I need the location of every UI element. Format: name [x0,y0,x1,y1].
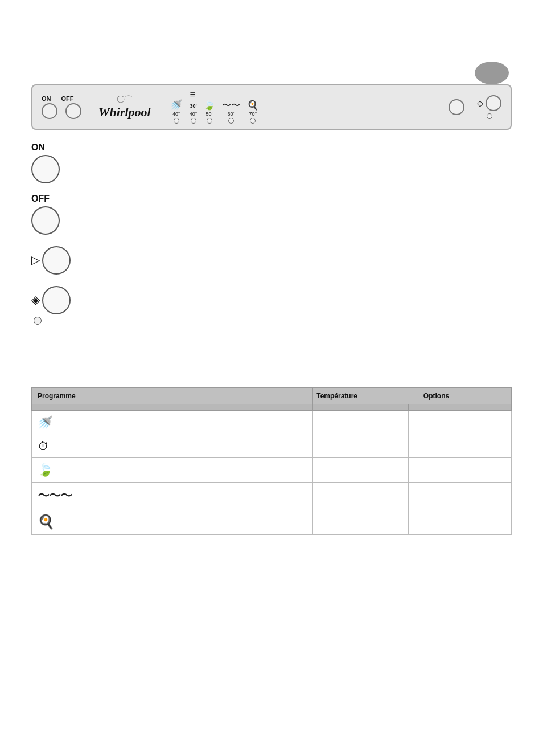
table-header-mid-row [32,404,512,411]
legend-on: ON [31,142,71,183]
prog-60-dot [228,118,234,124]
panel-right-section [449,99,464,115]
prog-temp-timer [313,435,361,458]
diamond-icon: ◇ [477,99,483,108]
prog-opt3-timer [455,435,512,458]
top-badge [475,62,509,84]
prog-30[interactable]: ≡30' 40° [190,89,198,123]
prog-60[interactable]: 〜〜 60° [222,101,240,124]
off-button[interactable] [65,103,81,119]
prog-icon-cell-timer: ⏱ [32,435,135,458]
legend-off-label: OFF [31,194,50,204]
prog-eco-dot [207,118,212,124]
prog-opt3-wave [455,483,512,509]
program-table: Programme Température Options 🚿 [31,387,512,535]
prog-temp-pot [313,509,361,535]
prog-70[interactable]: 🍳 70° [247,101,258,124]
start-indicator-dot [487,113,492,119]
prog-icon-cell-eco: 🍃 [32,458,135,483]
prog-30-dot [191,118,196,124]
col-header-programme: Programme [32,388,313,404]
table-header-top-row: Programme Température Options [32,388,512,404]
brand-name: Whirlpool [98,105,151,120]
prog-eco[interactable]: 🍃 50° [204,101,215,124]
logo-swirl: 〇⌒ [117,95,133,105]
prog-opt2-wave [408,483,455,509]
brand-logo: 〇⌒ Whirlpool [98,95,151,120]
table-shower-icon: 🚿 [38,415,129,430]
legend-sub-dot [34,317,42,325]
prog-temp-shower [313,411,361,435]
prog-desc-pot [135,509,313,535]
prog-eco-temp: 50° [206,111,214,117]
legend-on-circle [31,155,60,183]
on-off-section: ON OFF [42,95,81,119]
intensive-icon: 〜〜 [222,101,240,110]
control-panel: ON OFF 〇⌒ Whirlpool 🚿 40° ≡30' 40° [31,84,512,130]
prog-opt1-wave [361,483,409,509]
prog-30-temp: 40° [190,111,198,117]
col-header-temp: Température [313,388,361,404]
col-mid-temp [313,404,361,411]
legend-start: ▷ [31,245,71,275]
prog-opt2-eco [408,458,455,483]
legend-off: OFF [31,194,71,235]
table-eco-icon: 🍃 [38,463,129,477]
prog-temp-wave [313,483,361,509]
prog-40[interactable]: 🚿 40° [170,100,183,124]
eco-icon: 🍃 [204,101,215,110]
col-mid-opt3 [455,404,512,411]
table-row: 🍃 [32,458,512,483]
prog-opt3-eco [455,458,512,483]
prog-desc-wave [135,483,313,509]
col-mid-opt1 [361,404,409,411]
prog-opt3-shower [455,411,512,435]
prog-70-temp: 70° [249,111,257,117]
prog-opt1-pot [361,509,409,535]
prog-opt1-timer [361,435,409,458]
start-button[interactable] [486,95,501,111]
legend-on-label: ON [31,142,45,153]
table-row: ⏱ [32,435,512,458]
prog-40-dot [174,118,179,124]
col-mid-cycle [32,404,135,411]
prog-60-temp: 60° [228,111,236,117]
play-icon: ▷ [31,253,40,267]
col-header-options: Options [361,388,512,404]
shower-icon: 🚿 [170,100,183,110]
prog-opt2-shower [408,411,455,435]
prog-40-temp: 40° [172,111,180,117]
prog-desc-eco [135,458,313,483]
prog-desc-shower [135,411,313,435]
prog-opt1-shower [361,411,409,435]
legend-start-circle [42,246,71,275]
prog-temp-eco [313,458,361,483]
legend-diamond: ◈ [31,285,71,325]
table-row: 🍳 [32,509,512,535]
prog-opt2-pot [408,509,455,535]
prog-70-dot [250,118,256,124]
table-pot-icon: 🍳 [38,514,129,530]
col-mid-opt2 [408,404,455,411]
off-label: OFF [61,95,74,102]
prog-icon-cell-pot: 🍳 [32,509,135,535]
prog-opt2-timer [408,435,455,458]
prog-icon-cell-shower: 🚿 [32,411,135,435]
panel-start-section: ◇ [477,95,501,119]
on-label: ON [42,95,51,102]
prog-icon-cell-wave: 〜〜〜 [32,483,135,509]
prog-desc-timer [135,435,313,458]
prog-opt1-eco [361,458,409,483]
col-mid-usage [135,404,313,411]
table-timer-icon: ⏱ [38,440,129,453]
prog-opt3-pot [455,509,512,535]
quick30-icon: ≡30' [190,89,196,109]
table-wave-icon: 〜〜〜 [38,487,129,504]
legend-diamond-circle [42,286,71,314]
on-button[interactable] [42,103,57,119]
table-row: 〜〜〜 [32,483,512,509]
pot-icon: 🍳 [247,101,258,110]
programs-section: 🚿 40° ≡30' 40° 🍃 50° 〜〜 60° [170,89,439,124]
option-button[interactable] [449,99,464,115]
table-row: 🚿 [32,411,512,435]
